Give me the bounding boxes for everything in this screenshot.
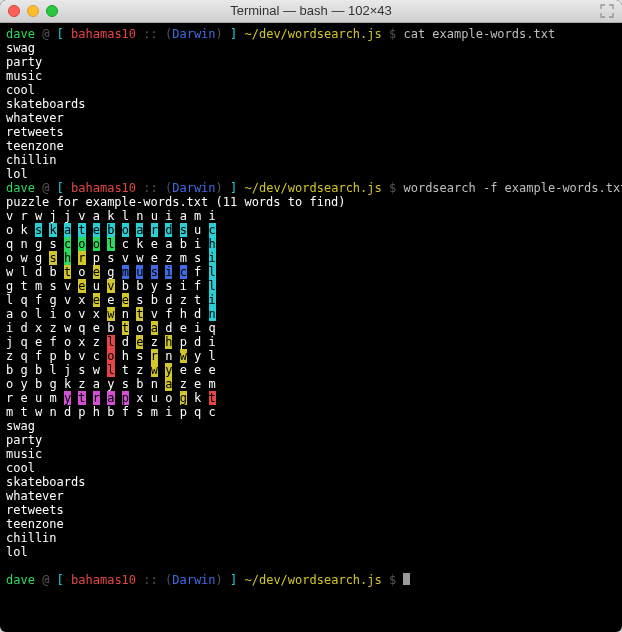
grid-space: [115, 237, 122, 251]
text: party: [6, 55, 42, 69]
fullscreen-icon[interactable]: [600, 4, 614, 18]
grid-cell: e: [93, 223, 100, 237]
solution-word: cool: [6, 461, 616, 475]
prompt-host: bahamas10: [71, 181, 136, 195]
terminal-body[interactable]: dave @ [ bahamas10 :: (Darwin) ] ~/dev/w…: [0, 23, 622, 591]
grid-cell: v: [151, 307, 158, 321]
grid-cell: r: [151, 349, 158, 363]
grid-cell: d: [122, 335, 129, 349]
prompt-sep: ::: [136, 573, 165, 587]
grid-cell: a: [107, 391, 114, 405]
grid-cell: x: [78, 335, 85, 349]
grid-cell: l: [20, 265, 27, 279]
grid-space: [57, 349, 64, 363]
grid-row: g t m s v e u v b b y s i f l: [6, 279, 616, 293]
grid-space: [172, 335, 179, 349]
grid-space: [201, 349, 208, 363]
grid-space: [28, 335, 35, 349]
grid-cell: r: [78, 251, 85, 265]
grid-space: [187, 335, 194, 349]
grid-space: [115, 391, 122, 405]
grid-cell: m: [180, 251, 187, 265]
grid-cell: n: [20, 237, 27, 251]
grid-space: [172, 377, 179, 391]
grid-space: [187, 377, 194, 391]
grid-space: [57, 265, 64, 279]
prompt-line: dave @ [ bahamas10 :: (Darwin) ] ~/dev/w…: [6, 27, 616, 41]
grid-space: [86, 377, 93, 391]
grid-space: [172, 293, 179, 307]
grid-cell: h: [180, 307, 187, 321]
grid-space: [57, 377, 64, 391]
grid-row: o y b g k z a y s b n a z e m: [6, 377, 616, 391]
grid-cell: q: [20, 335, 27, 349]
grid-space: [187, 363, 194, 377]
prompt-line: dave @ [ bahamas10 :: (Darwin) ] ~/dev/w…: [6, 181, 616, 195]
grid-cell: t: [20, 405, 27, 419]
grid-space: [28, 209, 35, 223]
grid-cell: d: [20, 321, 27, 335]
text: skateboards: [6, 475, 85, 489]
prompt-path: ~/dev/wordsearch.js: [237, 181, 382, 195]
grid-cell: y: [20, 377, 27, 391]
grid-cell: z: [180, 377, 187, 391]
prompt-bracket: [: [57, 181, 71, 195]
zoom-icon[interactable]: [46, 5, 58, 17]
grid-cell: e: [151, 251, 158, 265]
grid-cell: g: [20, 363, 27, 377]
text: music: [6, 69, 42, 83]
grid-row: z q f p b v c o h s r n w y l: [6, 349, 616, 363]
grid-cell: a: [93, 377, 100, 391]
grid-cell: b: [107, 321, 114, 335]
word-line: skateboards: [6, 97, 616, 111]
prompt-dollar: $: [382, 181, 404, 195]
grid-space: [201, 265, 208, 279]
text: whatever: [6, 489, 64, 503]
grid-cell: o: [78, 265, 85, 279]
grid-cell: b: [122, 279, 129, 293]
grid-cell: g: [180, 391, 187, 405]
text: lol: [6, 167, 28, 181]
grid-space: [143, 377, 150, 391]
grid-space: [201, 279, 208, 293]
grid-space: [115, 307, 122, 321]
grid-space: [172, 391, 179, 405]
grid-cell: z: [78, 377, 85, 391]
grid-cell: v: [78, 349, 85, 363]
command-cat: cat example-words.txt: [403, 27, 555, 41]
grid-cell: e: [122, 293, 129, 307]
word-line: chillin: [6, 153, 616, 167]
grid-cell: t: [78, 223, 85, 237]
solution-word: chillin: [6, 531, 616, 545]
prompt-bracket: ]: [223, 181, 237, 195]
grid-cell: k: [107, 209, 114, 223]
grid-cell: b: [49, 265, 56, 279]
grid-space: [115, 251, 122, 265]
grid-space: [28, 279, 35, 293]
text: whatever: [6, 111, 64, 125]
grid-space: [172, 237, 179, 251]
grid-space: [86, 237, 93, 251]
solution-word: whatever: [6, 489, 616, 503]
grid-space: [28, 307, 35, 321]
grid-space: [187, 321, 194, 335]
prompt-os: Darwin: [172, 27, 215, 41]
grid-cell: e: [78, 279, 85, 293]
grid-cell: q: [20, 293, 27, 307]
prompt-user: dave: [6, 181, 35, 195]
minimize-icon[interactable]: [27, 5, 39, 17]
grid-cell: s: [49, 251, 56, 265]
grid-cell: y: [107, 377, 114, 391]
close-icon[interactable]: [8, 5, 20, 17]
grid-cell: a: [151, 321, 158, 335]
grid-cell: i: [209, 335, 216, 349]
grid-cell: t: [122, 321, 129, 335]
prompt-at: @: [35, 181, 57, 195]
grid-space: [115, 279, 122, 293]
grid-space: [115, 293, 122, 307]
grid-cell: u: [151, 209, 158, 223]
grid-cell: h: [122, 349, 129, 363]
prompt-at: @: [35, 573, 57, 587]
grid-cell: s: [107, 251, 114, 265]
grid-cell: c: [93, 349, 100, 363]
